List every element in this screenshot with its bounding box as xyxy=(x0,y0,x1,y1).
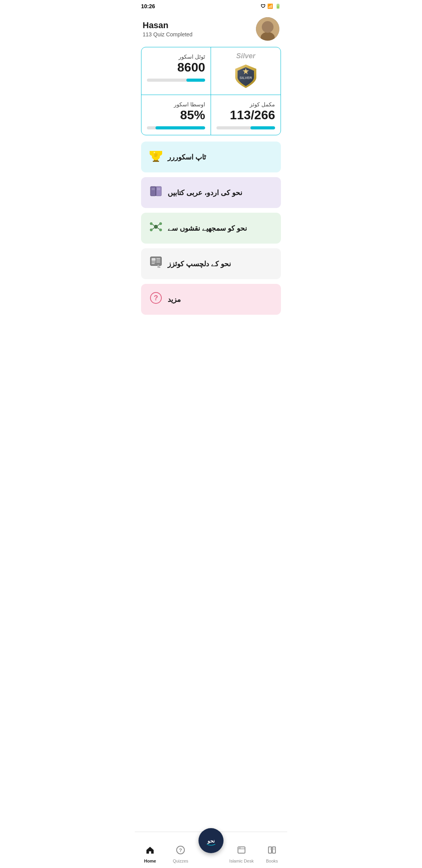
interesting-quizzes-text: نحو کے دلچسپ کوئزز xyxy=(168,260,231,268)
quiz-count: 113 Quiz Completed xyxy=(143,31,193,38)
avg-score-fill xyxy=(156,126,205,129)
top-scorers-text: ٹاپ اسکوررر xyxy=(168,153,206,161)
completed-quiz-cell: مکمل کوئز 113/266 xyxy=(211,95,281,135)
svg-rect-15 xyxy=(156,187,161,196)
more-text: مزید xyxy=(168,295,181,304)
svg-rect-37 xyxy=(156,260,160,260)
book-icon xyxy=(149,184,163,201)
wifi-icon: 📶 xyxy=(267,4,273,9)
books-text: نحو کی اردو، عربی کتابیں xyxy=(168,188,242,197)
svg-line-28 xyxy=(157,224,159,226)
svg-line-30 xyxy=(157,228,159,229)
completed-quiz-bar xyxy=(216,126,275,129)
badge-label: Silver xyxy=(236,52,255,60)
avatar-svg xyxy=(256,17,279,41)
svg-rect-13 xyxy=(150,187,156,196)
svg-rect-38 xyxy=(157,265,159,268)
quiz-icon xyxy=(149,255,163,272)
total-score-cell: ٹوٹل اسکور 8600 xyxy=(141,47,211,95)
total-score-bar xyxy=(147,79,205,82)
avg-score-cell: اوسطا اسکور 85% xyxy=(141,95,211,135)
diagram-icon xyxy=(149,220,163,237)
status-icons: 🛡 📶 🔋 xyxy=(261,4,281,9)
avg-score-bar xyxy=(147,126,205,129)
svg-point-26 xyxy=(159,229,162,231)
svg-point-3 xyxy=(264,22,272,30)
battery-icon: 🔋 xyxy=(275,4,281,9)
svg-rect-33 xyxy=(152,262,156,262)
username: Hasan xyxy=(143,20,193,30)
completed-quiz-fill xyxy=(250,126,275,129)
header-text: Hasan 113 Quiz Completed xyxy=(143,20,193,38)
more-card[interactable]: مزید ? xyxy=(141,284,281,315)
avg-score-value: 85% xyxy=(147,108,205,122)
badge-cell: Silver xyxy=(211,47,281,95)
total-score-label: ٹوٹل اسکور xyxy=(147,54,205,60)
books-card[interactable]: نحو کی اردو، عربی کتابیں xyxy=(141,177,281,208)
avatar-image xyxy=(256,17,279,41)
interesting-quizzes-card[interactable]: نحو کے دلچسپ کوئزز xyxy=(141,248,281,279)
top-scorers-card[interactable]: ٹاپ اسکوررر xyxy=(141,142,281,172)
stats-grid: ٹوٹل اسکور 8600 Silver xyxy=(141,47,281,135)
trophy-icon xyxy=(149,149,163,165)
silver-badge: SILVER xyxy=(232,63,259,90)
diagrams-text: نحو کو سمجھیے نقشوں سے xyxy=(168,224,247,233)
svg-point-1 xyxy=(263,22,272,30)
more-icon: ? xyxy=(149,291,163,308)
status-time: 10:26 xyxy=(141,3,155,9)
svg-rect-8 xyxy=(153,161,159,162)
svg-line-29 xyxy=(152,228,154,229)
diagrams-card[interactable]: نحو کو سمجھیے نقشوں سے xyxy=(141,213,281,244)
svg-text:SILVER: SILVER xyxy=(240,76,252,80)
badge-svg: SILVER xyxy=(232,63,259,90)
svg-rect-35 xyxy=(152,263,155,264)
completed-quiz-label: مکمل کوئز xyxy=(216,101,275,108)
svg-text:?: ? xyxy=(154,294,158,302)
status-bar: 10:26 🛡 📶 🔋 xyxy=(135,0,287,13)
completed-quiz-value: 113/266 xyxy=(216,108,275,122)
svg-rect-36 xyxy=(156,258,160,259)
svg-point-23 xyxy=(150,222,152,225)
svg-point-24 xyxy=(159,222,162,225)
avatar xyxy=(256,17,279,41)
svg-point-22 xyxy=(154,225,157,228)
svg-rect-34 xyxy=(156,262,160,262)
total-score-value: 8600 xyxy=(147,60,205,75)
svg-rect-32 xyxy=(152,258,156,261)
shield-icon: 🛡 xyxy=(261,4,265,9)
total-score-fill xyxy=(186,79,205,82)
svg-point-9 xyxy=(154,152,155,153)
header: Hasan 113 Quiz Completed xyxy=(135,13,287,47)
avg-score-label: اوسطا اسکور xyxy=(147,101,205,108)
menu-section: ٹاپ اسکوررر نحو کی اردو، عربی کتابیں xyxy=(135,142,287,315)
svg-point-4 xyxy=(265,27,271,31)
svg-line-27 xyxy=(152,224,154,226)
svg-point-25 xyxy=(150,229,152,231)
